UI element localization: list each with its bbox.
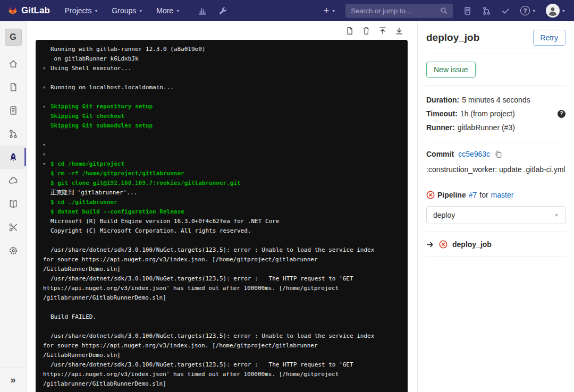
retry-button[interactable]: Retry [533, 30, 565, 46]
section-collapse-icon[interactable]: ▼ [43, 83, 45, 92]
sidebar-item-snippets[interactable] [0, 216, 26, 239]
help-dropdown[interactable]: ? ▼ [520, 6, 536, 15]
log-line: $ dotnet build --configuration Release [43, 207, 400, 217]
log-line: Build FAILED. [43, 312, 400, 322]
sidebar-item-ci-cd[interactable] [0, 146, 26, 169]
sidebar-item-issues[interactable] [0, 99, 26, 122]
log-line: ▼Using Shell executor... [43, 64, 400, 73]
log-line: Skipping Git submodules setup [43, 121, 400, 131]
nav-projects-dropdown[interactable]: Projects▼ [65, 6, 98, 15]
merge-requests-icon[interactable] [482, 6, 491, 15]
gitlab-home-link[interactable]: GitLab [9, 5, 50, 16]
erase-log-button[interactable] [362, 27, 370, 35]
log-line-text: $ dotnet build --configuration Release [50, 207, 184, 217]
section-collapse-icon[interactable]: ▼ [43, 159, 45, 169]
rocket-icon [9, 152, 18, 162]
duration-value: 5 minutes 4 seconds [462, 93, 530, 107]
sidebar-item-merge-requests[interactable] [0, 122, 26, 146]
pipeline-failed-icon [426, 191, 435, 199]
stage-dropdown-value: deploy [433, 211, 455, 219]
nav-more-dropdown[interactable]: More▼ [156, 6, 180, 15]
job-failed-icon [439, 240, 448, 249]
log-line: ▼ [43, 150, 400, 159]
sidebar-item-wiki[interactable] [0, 192, 26, 216]
scissors-icon [9, 223, 18, 232]
pipeline-section: Pipeline #7 for master deploy ▼ [426, 183, 565, 232]
new-item-dropdown[interactable]: +▼ [324, 5, 335, 16]
log-line-text: /usr/share/dotnet/sdk/3.0.100/NuGet.targ… [50, 274, 353, 284]
sidebar-collapse-button[interactable]: » [0, 368, 26, 392]
log-line-text [50, 73, 54, 83]
log-line: for source https://api.nuget.org/v3/inde… [43, 255, 400, 265]
log-line-text: /usr/share/dotnet/sdk/3.0.100/NuGet.targ… [50, 360, 353, 370]
section-collapse-icon[interactable]: ▼ [43, 140, 45, 150]
runner-value: gitlabRunner (#3) [458, 121, 515, 134]
search-box[interactable] [345, 4, 453, 18]
chevron-down-icon: ▼ [332, 9, 335, 13]
home-icon [9, 59, 18, 69]
log-line: on gitlabRunner k6LdxbJk [43, 54, 400, 64]
log-line [43, 303, 400, 312]
todos-check-icon[interactable] [501, 6, 510, 15]
navbar-left: GitLab Projects▼ Groups▼ More▼ [9, 5, 324, 16]
bar-chart-icon[interactable] [198, 6, 207, 15]
log-content: Running with gitlab-runner 12.3.0 (a8a01… [43, 45, 400, 389]
top-navbar: GitLab Projects▼ Groups▼ More▼ +▼ ? [0, 0, 574, 21]
job-title: deploy_job [426, 32, 479, 44]
log-line: /GitlabRunnerDemo.sln] [43, 265, 400, 274]
section-collapse-icon[interactable]: ▼ [43, 150, 45, 159]
log-line: 正克隆到 'gitlabrunner'... [43, 188, 400, 198]
log-line-text [50, 92, 54, 102]
scroll-to-bottom-button[interactable] [395, 27, 403, 35]
log-line-text: /gitlabrunner/GitlabRunnerDemo.sln] [43, 293, 166, 303]
timeout-help-icon[interactable]: ? [558, 110, 565, 118]
timeout-value: 1h (from project) [460, 107, 515, 121]
log-line: ▼Skipping Git repository setup [43, 102, 400, 112]
user-menu-dropdown[interactable]: ▼ [546, 4, 565, 18]
sidebar-item-repository[interactable] [0, 75, 26, 99]
log-line: /usr/share/dotnet/sdk/3.0.100/NuGet.targ… [43, 245, 400, 255]
search-input[interactable] [351, 7, 437, 15]
new-issue-button[interactable]: New issue [426, 62, 476, 78]
log-line-text [50, 150, 54, 159]
sidebar-item-operations[interactable] [0, 169, 26, 192]
brand-title: GitLab [21, 5, 50, 16]
issues-icon[interactable] [463, 6, 472, 15]
pipeline-number-link[interactable]: #7 [469, 191, 477, 199]
commit-sha-link[interactable]: cc5e963c [458, 150, 490, 158]
job-list-item[interactable]: deploy_job [426, 232, 565, 257]
log-line-text: $ git clone git@192.168.169.7:rookies/gi… [50, 178, 241, 188]
navbar-right: +▼ ? ▼ ▼ [324, 4, 565, 18]
commit-line: Commit cc5e963c [426, 150, 565, 158]
log-line-text: Skipping Git checkout [50, 112, 124, 121]
log-line: Skipping Git checkout [43, 112, 400, 121]
project-avatar[interactable]: G [5, 29, 22, 46]
sidebar-nav [0, 52, 26, 262]
log-line [43, 322, 400, 331]
document-icon [9, 82, 18, 92]
pipeline-label: Pipeline [437, 191, 466, 199]
scroll-to-top-button[interactable] [378, 27, 387, 35]
show-raw-log-button[interactable] [345, 27, 354, 35]
help-icon: ? [520, 6, 530, 15]
pipeline-line: Pipeline #7 for master [426, 191, 565, 199]
section-collapse-icon[interactable]: ▼ [43, 102, 45, 112]
nav-groups-dropdown[interactable]: Groups▼ [112, 6, 142, 15]
log-line: /usr/share/dotnet/sdk/3.0.100/NuGet.targ… [43, 331, 400, 341]
log-line-text [50, 322, 54, 331]
new-issue-section: New issue [426, 54, 565, 86]
log-line: https://api.nuget.org/v3/index.json' has… [43, 370, 400, 379]
log-line-text: Build FAILED. [50, 312, 96, 322]
log-line: https://api.nuget.org/v3/index.json' has… [43, 284, 400, 293]
log-line-text: /gitlabrunner/GitlabRunnerDemo.sln] [43, 379, 166, 389]
pipeline-branch-link[interactable]: master [491, 191, 514, 199]
merge-request-icon [9, 129, 18, 139]
log-line: /gitlabrunner/GitlabRunnerDemo.sln] [43, 379, 400, 389]
wrench-icon[interactable] [218, 6, 227, 15]
sidebar-item-settings[interactable] [0, 239, 26, 262]
sidebar-item-project-overview[interactable] [0, 52, 26, 75]
section-collapse-icon[interactable]: ▼ [43, 64, 45, 73]
copy-commit-sha-button[interactable] [494, 150, 502, 158]
stage-dropdown[interactable]: deploy ▼ [426, 206, 565, 224]
job-header: deploy_job Retry [426, 21, 565, 54]
